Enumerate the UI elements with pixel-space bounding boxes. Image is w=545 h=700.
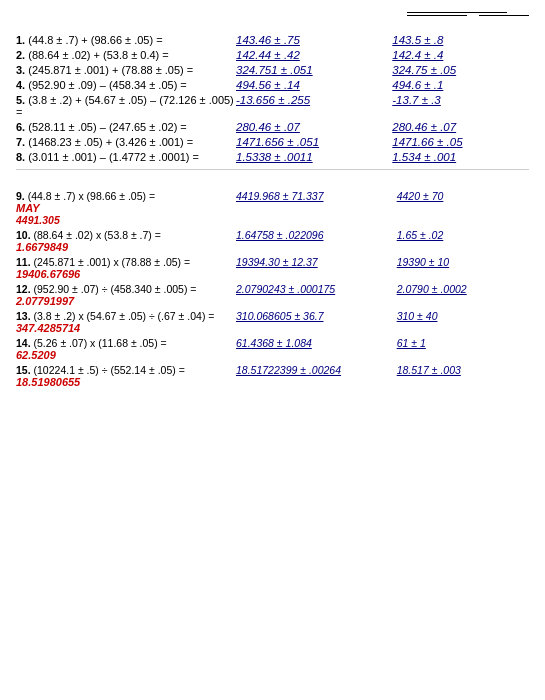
problem2-before-15: 18.51722399 ± .00264 xyxy=(236,364,397,376)
problem2-label-9: 9. (44.8 ± .7) x (98.66 ± .05) = MAY 449… xyxy=(16,190,236,226)
problem2-group-12: 12. (952.90 ± .07) ÷ (458.340 ± .005) = … xyxy=(16,283,529,307)
problem2-before-11: 19394.30 ± 12.37 xyxy=(236,256,397,268)
problem-num-1: 1. (44.8 ± .7) + (98.66 ± .05) = xyxy=(16,34,236,46)
problem2-group-13: 13. (3.8 ± .2) x (54.67 ± .05) ÷ (.67 ± … xyxy=(16,310,529,334)
problem2-handwritten-red-10: 1.6679849 xyxy=(16,241,236,253)
problem2-final-9: 4420 ± 70 xyxy=(397,190,529,202)
problem2-before-12: 2.0790243 ± .000175 xyxy=(236,283,397,295)
problem-row-4: 4. (952.90 ± .09) – (458.34 ± .05) = 494… xyxy=(16,79,529,91)
problem2-label-15: 15. (10224.1 ± .5) ÷ (552.14 ± .05) = 18… xyxy=(16,364,236,388)
problem2-final-11: 19390 ± 10 xyxy=(397,256,529,268)
problem2-row-14: 14. (5.26 ± .07) x (11.68 ± .05) = 62.52… xyxy=(16,337,529,361)
problem2-group-14: 14. (5.26 ± .07) x (11.68 ± .05) = 62.52… xyxy=(16,337,529,361)
problem-before-8: 1.5338 ± .0011 xyxy=(236,151,392,163)
problem-before-1: 143.46 ± .75 xyxy=(236,34,392,46)
problem2-row-11: 11. (245.871 ± .001) x (78.88 ± .05) = 1… xyxy=(16,256,529,280)
problem2-label-14: 14. (5.26 ± .07) x (11.68 ± .05) = 62.52… xyxy=(16,337,236,361)
problem-num-7: 7. (1468.23 ± .05) + (3.426 ± .001) = xyxy=(16,136,236,148)
problem2-before-14: 61.4368 ± 1.084 xyxy=(236,337,397,349)
problem-final-4: 494.6 ± .1 xyxy=(392,79,529,91)
problem2-group-10: 10. (88.64 ± .02) x (53.8 ± .7) = 1.6679… xyxy=(16,229,529,253)
problem-row-1: 1. (44.8 ± .7) + (98.66 ± .05) = 143.46 … xyxy=(16,34,529,46)
divider1 xyxy=(16,169,529,170)
problem2-final-12: 2.0790 ± .0002 xyxy=(397,283,529,295)
problem2-row-10: 10. (88.64 ± .02) x (53.8 ± .7) = 1.6679… xyxy=(16,229,529,253)
problem-row-7: 7. (1468.23 ± .05) + (3.426 ± .001) = 14… xyxy=(16,136,529,148)
problem-final-7: 1471.66 ± .05 xyxy=(392,136,529,148)
problem-final-3: 324.75 ± .05 xyxy=(392,64,529,76)
problem2-group-9: 9. (44.8 ± .7) x (98.66 ± .05) = MAY 449… xyxy=(16,190,529,226)
problem-row-6: 6. (528.11 ± .05) – (247.65 ± .02) = 280… xyxy=(16,121,529,133)
problem-before-2: 142.44 ± .42 xyxy=(236,49,392,61)
name-date-block xyxy=(401,12,529,18)
problem-final-8: 1.534 ± .001 xyxy=(392,151,529,163)
problems-container: 1. (44.8 ± .7) + (98.66 ± .05) = 143.46 … xyxy=(16,34,529,163)
problem2-handwritten-blue-9: 4491.305 xyxy=(16,214,60,226)
problem2-before-9: 4419.968 ± 71.337 xyxy=(236,190,397,202)
problem2-before-13: 310.068605 ± 36.7 xyxy=(236,310,397,322)
problem2-label-10: 10. (88.64 ± .02) x (53.8 ± .7) = 1.6679… xyxy=(16,229,236,253)
example2-label xyxy=(16,176,529,178)
problem-before-3: 324.751 ± .051 xyxy=(236,64,392,76)
problem2-final-15: 18.517 ± .003 xyxy=(397,364,529,376)
problem-row-5: 5. (3.8 ± .2) + (54.67 ± .05) – (72.126 … xyxy=(16,94,529,118)
problem-final-2: 142.4 ± .4 xyxy=(392,49,529,61)
problem-before-4: 494.56 ± .14 xyxy=(236,79,392,91)
problem2-label-11: 11. (245.871 ± .001) x (78.88 ± .05) = 1… xyxy=(16,256,236,280)
problems2-container: 9. (44.8 ± .7) x (98.66 ± .05) = MAY 449… xyxy=(16,190,529,388)
problem2-label-12: 12. (952.90 ± .07) ÷ (458.340 ± .005) = … xyxy=(16,283,236,307)
problem2-group-11: 11. (245.871 ± .001) x (78.88 ± .05) = 1… xyxy=(16,256,529,280)
example2-section xyxy=(16,176,529,186)
problem2-label-13: 13. (3.8 ± .2) x (54.67 ± .05) ÷ (.67 ± … xyxy=(16,310,236,334)
problem2-final-10: 1.65 ± .02 xyxy=(397,229,529,241)
problem-num-8: 8. (3.011 ± .001) – (1.4772 ± .0001) = xyxy=(16,151,236,163)
problem2-row-13: 13. (3.8 ± .2) x (54.67 ± .05) ÷ (.67 ± … xyxy=(16,310,529,334)
problem2-final-13: 310 ± 40 xyxy=(397,310,529,322)
problem2-before-10: 1.64758 ± .022096 xyxy=(236,229,397,241)
problem-num-6: 6. (528.11 ± .05) – (247.65 ± .02) = xyxy=(16,121,236,133)
problem2-handwritten-red-9: MAY xyxy=(16,202,236,214)
problem2-row-15: 15. (10224.1 ± .5) ÷ (552.14 ± .05) = 18… xyxy=(16,364,529,388)
problem2-handwritten-red-15: 18.51980655 xyxy=(16,376,236,388)
problem-before-6: 280.46 ± .07 xyxy=(236,121,392,133)
problem-final-6: 280.46 ± .07 xyxy=(392,121,529,133)
problem2-row-9: 9. (44.8 ± .7) x (98.66 ± .05) = MAY 449… xyxy=(16,190,529,226)
problem-row-8: 8. (3.011 ± .001) – (1.4772 ± .0001) = 1… xyxy=(16,151,529,163)
problem-final-5: -13.7 ± .3 xyxy=(392,94,529,106)
problem2-handwritten-red-14: 62.5209 xyxy=(16,349,236,361)
header-top xyxy=(16,12,529,18)
problem2-handwritten-red-12: 2.07791997 xyxy=(16,295,236,307)
problem-num-4: 4. (952.90 ± .09) – (458.34 ± .05) = xyxy=(16,79,236,91)
problem-num-2: 2. (88.64 ± .02) + (53.8 ± 0.4) = xyxy=(16,49,236,61)
problem2-final-14: 61 ± 1 xyxy=(397,337,529,349)
problem-final-1: 143.5 ± .8 xyxy=(392,34,529,46)
problem-before-5: -13.656 ± .255 xyxy=(236,94,392,106)
problem2-handwritten-red-13: 347.4285714 xyxy=(16,322,236,334)
problem-num-3: 3. (245.871 ± .001) + (78.88 ± .05) = xyxy=(16,64,236,76)
problem2-handwritten-red-11: 19406.67696 xyxy=(16,268,236,280)
problem2-row-12: 12. (952.90 ± .07) ÷ (458.340 ± .005) = … xyxy=(16,283,529,307)
problem-row-2: 2. (88.64 ± .02) + (53.8 ± 0.4) = 142.44… xyxy=(16,49,529,61)
problem-row-3: 3. (245.871 ± .001) + (78.88 ± .05) = 32… xyxy=(16,64,529,76)
problem-num-5: 5. (3.8 ± .2) + (54.67 ± .05) – (72.126 … xyxy=(16,94,236,118)
problem-before-7: 1471.656 ± .051 xyxy=(236,136,392,148)
problem2-group-15: 15. (10224.1 ± .5) ÷ (552.14 ± .05) = 18… xyxy=(16,364,529,388)
